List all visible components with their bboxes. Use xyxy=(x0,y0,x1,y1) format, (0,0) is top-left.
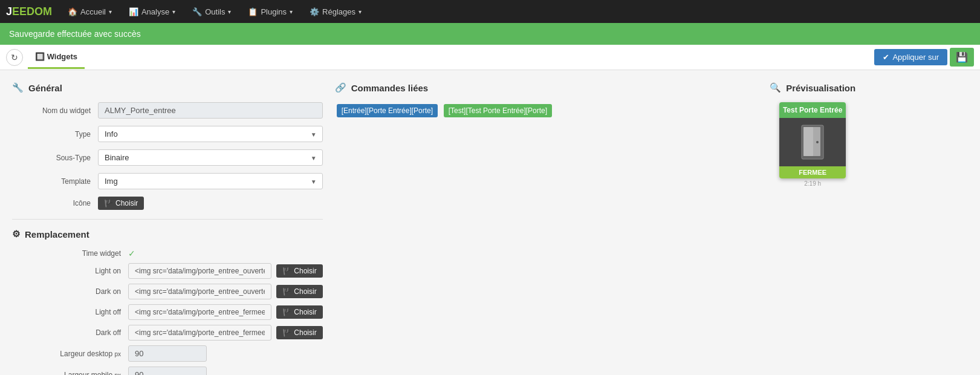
largeur-mobile-row: Largeur mobile px xyxy=(12,367,323,375)
sub-header-right: ✔ Appliquer sur 💾 xyxy=(874,48,974,67)
widgets-icon: 🔲 xyxy=(35,52,47,61)
sous-type-select[interactable]: Binaire xyxy=(98,149,323,166)
svg-rect-2 xyxy=(803,127,813,156)
reglages-icon: ⚙️ xyxy=(310,7,319,16)
nav-plugins[interactable]: 📋 Plugins ▾ xyxy=(241,4,300,20)
type-select-wrapper: Info xyxy=(98,126,323,142)
icone-label: Icône xyxy=(12,199,91,207)
navbar: J EEDOM 🏠 Accueil ▾ 📊 Analyse ▾ 🔧 Outils… xyxy=(0,0,980,23)
type-row: Type Info xyxy=(12,126,323,142)
appliquer-label: Appliquer sur xyxy=(892,53,939,62)
nav-reglages[interactable]: ⚙️ Réglages ▾ xyxy=(302,4,369,20)
light-on-label: Light on xyxy=(12,267,121,275)
nav-accueil-label: Accueil xyxy=(80,7,106,16)
dark-on-input[interactable] xyxy=(128,284,271,299)
remplacement-section: ⚙ Remplacement Time widget ✓ Light on 🏴 … xyxy=(12,229,323,375)
dark-off-row: Dark off 🏴 Choisir xyxy=(12,325,323,341)
outils-icon: 🔧 xyxy=(192,7,202,16)
save-icon: 💾 xyxy=(956,52,968,62)
cmd-tag-1[interactable]: [Entrée][Porte Entrée][Porte] xyxy=(337,104,438,117)
time-widget-row: Time widget ✓ xyxy=(12,249,323,258)
back-button[interactable]: ↻ xyxy=(6,49,23,66)
sous-type-select-wrapper: Binaire xyxy=(98,149,323,166)
nav-analyse-label: Analyse xyxy=(141,7,169,16)
flag-icon: 🏴 xyxy=(282,267,291,275)
light-on-choisir-button[interactable]: 🏴 Choisir xyxy=(276,264,322,278)
commands-tags: [Entrée][Porte Entrée][Porte] [Test][Tes… xyxy=(335,102,646,119)
save-button[interactable]: 💾 xyxy=(950,48,974,67)
nav-analyse[interactable]: 📊 Analyse ▾ xyxy=(122,4,183,20)
type-label: Type xyxy=(12,130,91,139)
largeur-mobile-label: Largeur mobile px xyxy=(12,371,121,376)
search-icon: 🔍 xyxy=(770,82,781,93)
template-select-wrapper: Img xyxy=(98,173,323,189)
light-off-input[interactable] xyxy=(128,304,271,320)
largeur-desktop-row: Largeur desktop px xyxy=(12,345,323,362)
brand-j: J xyxy=(6,5,12,18)
icone-row: Icône 🏴 Choisir xyxy=(12,197,323,210)
flag-icon: 🏴 xyxy=(282,287,291,296)
brand: J EEDOM xyxy=(6,5,52,18)
template-select[interactable]: Img xyxy=(98,173,323,189)
largeur-desktop-input[interactable] xyxy=(128,345,207,362)
nav-accueil[interactable]: 🏠 Accueil ▾ xyxy=(60,4,119,20)
dark-off-input[interactable] xyxy=(128,325,271,341)
preview-card-title: Test Porte Entrée xyxy=(779,102,846,118)
home-icon: 🏠 xyxy=(68,7,77,16)
brand-eedom: EEDOM xyxy=(12,5,52,18)
commands-title: 🔗 Commandes liées xyxy=(335,82,646,93)
dark-off-choisir-label: Choisir xyxy=(294,328,316,337)
chevron-down-icon: ▾ xyxy=(290,8,293,15)
light-on-choisir-label: Choisir xyxy=(294,267,316,275)
dark-on-label: Dark on xyxy=(12,287,121,296)
preview-card: Test Porte Entrée FERMEE xyxy=(779,102,846,178)
light-on-input[interactable] xyxy=(128,263,271,279)
flag-icon: 🏴 xyxy=(282,308,291,316)
dark-on-choisir-button[interactable]: 🏴 Choisir xyxy=(276,285,322,298)
door-svg-icon xyxy=(800,124,825,160)
dark-on-row: Dark on 🏴 Choisir xyxy=(12,284,323,299)
largeur-mobile-input[interactable] xyxy=(128,367,207,375)
chevron-down-icon: ▾ xyxy=(109,8,112,15)
preview-status: FERMEE xyxy=(779,166,846,178)
light-off-row: Light off 🏴 Choisir xyxy=(12,304,323,320)
icone-choisir-button[interactable]: 🏴 Choisir xyxy=(98,197,144,210)
preview-time: 2:19 h xyxy=(804,180,821,187)
success-message: Sauvegarde effectuée avec succès xyxy=(9,29,141,39)
general-section: 🔧 Général Nom du widget Type Info Sous-T… xyxy=(12,82,323,375)
time-widget-label: Time widget xyxy=(12,249,121,258)
chevron-down-icon: ▾ xyxy=(228,8,231,15)
largeur-desktop-label: Largeur desktop px xyxy=(12,350,121,358)
chevron-down-icon: ▾ xyxy=(172,8,175,15)
dark-on-choisir-label: Choisir xyxy=(294,287,316,296)
nom-widget-input[interactable] xyxy=(98,102,323,119)
cmd-tag-2[interactable]: [Test][Test Porte Entrée][Porte] xyxy=(444,104,552,117)
appliquer-button[interactable]: ✔ Appliquer sur xyxy=(874,49,947,65)
light-on-row: Light on 🏴 Choisir xyxy=(12,263,323,279)
dark-off-choisir-button[interactable]: 🏴 Choisir xyxy=(276,326,322,339)
preview-title: 🔍 Prévisualisation xyxy=(770,82,855,93)
time-widget-check: ✓ xyxy=(128,249,135,258)
link-icon: 🔗 xyxy=(335,82,346,93)
template-row: Template Img xyxy=(12,173,323,189)
flag-icon: 🏴 xyxy=(282,328,291,337)
plugins-icon: 📋 xyxy=(248,7,258,16)
type-select[interactable]: Info xyxy=(98,126,323,142)
light-off-choisir-button[interactable]: 🏴 Choisir xyxy=(276,305,322,319)
sub-header-left: ↻ 🔲 Widgets xyxy=(6,46,85,69)
nav-outils[interactable]: 🔧 Outils ▾ xyxy=(185,4,238,20)
sous-type-label: Sous-Type xyxy=(12,154,91,162)
remplacement-icon: ⚙ xyxy=(12,229,20,240)
preview-section: 🔍 Prévisualisation Test Porte Entrée FER… xyxy=(657,82,968,375)
tab-widgets[interactable]: 🔲 Widgets xyxy=(28,46,85,69)
light-off-label: Light off xyxy=(12,308,121,316)
preview-image-area xyxy=(779,118,846,166)
nav-reglages-label: Réglages xyxy=(322,7,355,16)
nom-widget-label: Nom du widget xyxy=(12,106,91,115)
dark-off-label: Dark off xyxy=(12,328,121,337)
sous-type-row: Sous-Type Binaire xyxy=(12,149,323,166)
sub-header: ↻ 🔲 Widgets ✔ Appliquer sur 💾 xyxy=(0,45,980,70)
nav-plugins-label: Plugins xyxy=(261,7,287,16)
commands-section: 🔗 Commandes liées [Entrée][Porte Entrée]… xyxy=(335,82,646,375)
flag-icon: 🏴 xyxy=(104,199,113,207)
